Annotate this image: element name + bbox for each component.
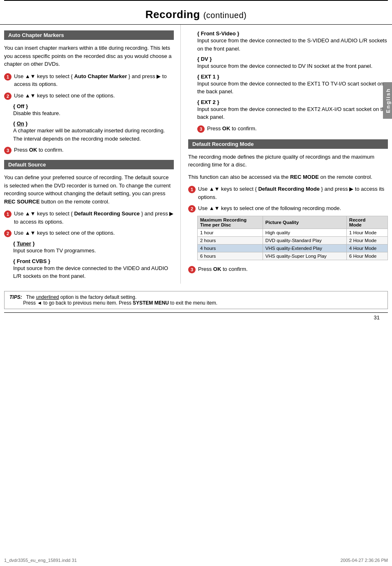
option-front-cvbs-text: Input source from the device connected t… [13, 264, 174, 280]
table-cell-quality: VHS quality-Extended Play [263, 245, 346, 252]
left-column: Auto Chapter Markers You can insert chap… [4, 25, 181, 284]
option-front-cvbs: { Front CVBS } Input source from the dev… [13, 258, 174, 280]
rec-mode-intro2: This function can also be accessed via t… [188, 173, 388, 181]
option-tuner-text: Input source from TV programmes. [13, 247, 174, 255]
rm-step2-num: 2 [188, 205, 196, 213]
option-ext1: { EXT 1 } Input source from the device c… [197, 74, 388, 96]
option-tuner-title: { Tuner } [13, 240, 174, 247]
step2-num: 2 [4, 92, 12, 100]
step1-content: Use ▲▼ keys to select { Auto Chapter Mar… [14, 72, 174, 88]
rec-mode-step3: 3 Press OK to confirm. [188, 265, 388, 273]
table-cell-time: 6 hours [198, 252, 263, 260]
source-step3-num: 3 [197, 125, 205, 133]
default-rec-mode-header: Default Recording Mode [188, 139, 388, 149]
table-cell-mode: 4 Hour Mode [346, 245, 387, 252]
table-cell-quality: DVD quality-Standard Play [263, 237, 346, 245]
tips-label: TIPS: [9, 294, 22, 300]
option-off-title: { Off } [13, 103, 174, 109]
option-front-svideo-text: Input source from the device connected t… [197, 37, 388, 53]
bottom-right-text: 2005-04-27 2:36:26 PM [340, 558, 388, 563]
recording-mode-table: Maximum RecordingTime per Disc Picture Q… [197, 216, 388, 260]
option-dv-text: Input source from the device connected t… [197, 62, 388, 70]
table-cell-mode: 1 Hour Mode [346, 229, 387, 237]
step3-content: Press OK to confirm. [14, 146, 174, 154]
step3-num: 3 [4, 147, 12, 154]
step2-content: Use ▲▼ keys to select one of the options… [14, 92, 174, 100]
page-title: Recording (continued) [0, 1, 392, 25]
source-step3-content: Press OK to confirm. [207, 125, 388, 133]
rm-step2-content: Use ▲▼ keys to select one of the followi… [198, 204, 388, 213]
source-step3: 3 Press OK to confirm. [197, 125, 388, 133]
title-continued: (continued) [203, 11, 247, 20]
bottom-left-text: 1_dvdr3355_eu_eng_15891.indd 31 [4, 558, 77, 563]
default-source-header: Default Source [4, 160, 174, 169]
option-on: { On } A chapter marker will be automati… [13, 120, 174, 143]
table-cell-mode: 6 Hour Mode [346, 252, 387, 260]
rec-mode-step2: 2 Use ▲▼ keys to select one of the follo… [188, 204, 388, 213]
table-row-highlight: 4 hours VHS quality-Extended Play 4 Hour… [198, 245, 388, 252]
page-wrapper: Recording (continued) English Auto Chapt… [0, 0, 392, 566]
table-cell-time: 4 hours [198, 245, 263, 252]
option-ext1-text: Input source from the device connected t… [197, 80, 388, 96]
ds-step2-num: 2 [4, 230, 12, 237]
table-row: 6 hours VHS quality-Super Long Play 6 Ho… [198, 252, 388, 260]
option-front-svideo: { Front S-Video } Input source from the … [197, 30, 388, 53]
rm-step3-num: 3 [188, 266, 196, 273]
table-header-time: Maximum RecordingTime per Disc [198, 216, 263, 229]
ds-step2-content: Use ▲▼ keys to select one of the options… [14, 229, 174, 237]
table-row: 2 hours DVD quality-Standard Play 2 Hour… [198, 237, 388, 245]
auto-chapter-intro: You can insert chapter markers within a … [4, 44, 174, 68]
ds-step1-content: Use ▲▼ keys to select { Default Recordin… [14, 210, 174, 226]
table-cell-mode: 2 Hour Mode [346, 237, 387, 245]
table-header-mode: RecordMode [346, 216, 387, 229]
option-ext2-text: Input source from the device connected t… [197, 105, 388, 121]
option-front-cvbs-title: { Front CVBS } [13, 258, 174, 264]
auto-chapter-step2: 2 Use ▲▼ keys to select one of the optio… [4, 92, 174, 100]
table-cell-quality: VHS quality-Super Long Play [263, 252, 346, 260]
default-source-step2: 2 Use ▲▼ keys to select one of the optio… [4, 229, 174, 237]
default-source-intro: You can define your preferred source of … [4, 173, 174, 206]
table-row: 1 hour High quality 1 Hour Mode [198, 229, 388, 237]
page-number: 31 [0, 313, 392, 322]
auto-chapter-header: Auto Chapter Markers [4, 30, 174, 40]
option-off-text: Disable this feature. [13, 109, 174, 118]
option-dv: { DV } Input source from the device conn… [197, 56, 388, 70]
auto-chapter-step1: 1 Use ▲▼ keys to select { Auto Chapter M… [4, 72, 174, 88]
rec-mode-step1: 1 Use ▲▼ keys to select { Default Record… [188, 185, 388, 201]
rm-step3-content: Press OK to confirm. [198, 265, 388, 273]
rec-mode-intro1: The recording mode defines the picture q… [188, 153, 388, 169]
option-on-text: A chapter marker will be automatically i… [13, 127, 174, 143]
rm-step1-content: Use ▲▼ keys to select { Default Recordin… [198, 185, 388, 201]
option-ext2: { EXT 2 } Input source from the device c… [197, 99, 388, 121]
option-off: { Off } Disable this feature. [13, 103, 174, 118]
option-on-title: { On } [13, 120, 174, 127]
default-source-step1: 1 Use ▲▼ keys to select { Default Record… [4, 210, 174, 226]
option-front-svideo-title: { Front S-Video } [197, 30, 388, 37]
step1-num: 1 [4, 73, 12, 81]
bottom-bar: 1_dvdr3355_eu_eng_15891.indd 31 2005-04-… [4, 558, 388, 563]
option-tuner: { Tuner } Input source from TV programme… [13, 240, 174, 255]
option-ext1-title: { EXT 1 } [197, 74, 388, 80]
table-cell-quality: High quality [263, 229, 346, 237]
option-dv-title: { DV } [197, 56, 388, 62]
table-cell-time: 2 hours [198, 237, 263, 245]
auto-chapter-step3: 3 Press OK to confirm. [4, 146, 174, 154]
tips-box: TIPS: The underlined option is the facto… [4, 291, 388, 309]
option-ext2-title: { EXT 2 } [197, 99, 388, 105]
title-text: Recording [145, 8, 200, 21]
language-tab: English [383, 82, 392, 119]
table-cell-time: 1 hour [198, 229, 263, 237]
two-column-layout: Auto Chapter Markers You can insert chap… [0, 25, 392, 284]
ds-step1-num: 1 [4, 210, 12, 218]
rm-step1-num: 1 [188, 186, 196, 193]
right-column: { Front S-Video } Input source from the … [181, 25, 388, 284]
source-options-right: { Front S-Video } Input source from the … [188, 30, 388, 121]
table-header-quality: Picture Quality [263, 216, 346, 229]
